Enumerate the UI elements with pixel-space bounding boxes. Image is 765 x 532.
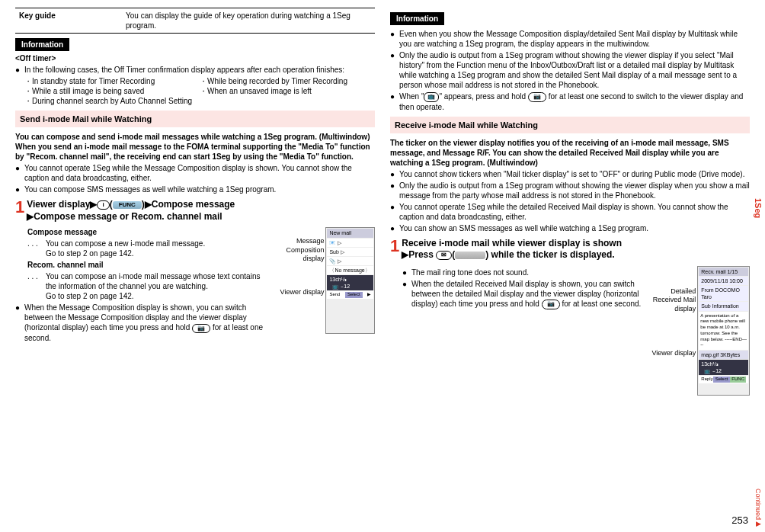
i-alpha-key-icon: i [97, 200, 109, 210]
tv-small-icon: 📺 [424, 92, 439, 101]
blank-pill [455, 252, 485, 259]
mail-key-icon: ✉ [436, 251, 452, 260]
receive-paragraph-1: The ticker on the viewer display notifie… [390, 138, 750, 168]
recv-bullet-1: ●You cannot show tickers when "Mail tick… [390, 169, 750, 179]
side-tab: 1Seg [753, 198, 763, 218]
screen-body: 〈No message〉 [327, 266, 373, 274]
key-guide-text: You can display the guide of key operati… [122, 8, 375, 33]
key-guide-label: Key guide [15, 8, 122, 33]
screen-viewer: 13ch¹/₃ 📺 ₌12 [699, 360, 748, 375]
send-bullet-2: ●You can compose SMS messages as well wh… [15, 184, 375, 194]
step-1-send: 1 Viewer display▶i(FUNC)▶Compose message… [15, 199, 375, 223]
right-bullet-2: ●Only the audio is output from a 1Seg pr… [390, 50, 750, 90]
off-timer-intro: ● In the following cases, the Off Timer … [15, 65, 375, 75]
step-number: 1 [15, 199, 24, 216]
compose-figure-block: Compose message . . .You can compose a n… [15, 227, 375, 345]
screen-softkeys: SendSelect▶ [327, 291, 373, 299]
recv-bullet-4: ●You can show an SMS messages as well wh… [390, 223, 750, 233]
phone-figure-send: Message Composition display Viewer displ… [276, 227, 375, 345]
send-paragraph-1: You can compose and send i-mode mail mes… [15, 132, 375, 142]
camera-key-icon: 📷 [542, 300, 560, 309]
screen-to: 📧 ▷ [327, 239, 373, 247]
camera-key-icon: 📷 [192, 324, 210, 333]
recv-sub-1: ●The mail ring tone does not sound. [402, 268, 646, 277]
screen-sub: Sub ▷ [327, 248, 373, 256]
screen-subject: Sub Information [699, 302, 748, 310]
step-1-receive: 1 Receive i-mode mail while viewer displ… [390, 238, 750, 261]
left-column: Key guide You can display the guide of k… [15, 8, 375, 400]
viewer-display-label: Viewer display [651, 349, 696, 358]
right-bullet-3: ●When "📺" appears, press and hold 📷 for … [390, 91, 750, 112]
compose-message-label: Compose message [27, 227, 271, 237]
page-number: 253 [731, 514, 748, 527]
send-bullet-1: ●You cannot operate 1Seg while the Messa… [15, 163, 375, 183]
phone-figure-receive: Detailed Received Mail display Viewer di… [651, 266, 750, 396]
recv-bullet-2: ●Only the audio is output from a 1Seg pr… [390, 181, 750, 200]
screen-softkeys: ReplySelectFUNC [699, 376, 748, 383]
screen-att: 📎 ▷ [327, 257, 373, 265]
screen-attachment: map.gif 3KBytes [699, 351, 748, 359]
receive-section-header: Receive i-mode Mail while Watching [390, 117, 750, 133]
receive-figure-block: ●The mail ring tone does not sound. ●Whe… [390, 266, 750, 396]
key-guide-row: Key guide You can display the guide of k… [15, 8, 375, 34]
off-timer-list: ・In standby state for Timer Recording ・W… [24, 76, 375, 106]
recv-bullet-3: ●You cannot operate 1Seg while the detai… [390, 202, 750, 222]
information-heading-right: Information [390, 12, 444, 25]
camera-key-icon: 📷 [528, 92, 546, 101]
recom-mail-label: Recom. channel mail [27, 260, 271, 270]
recv-sub-2: ●When the detailed Received Mail display… [402, 279, 646, 309]
screen-date: 2009/11/18 10:00 [699, 277, 748, 285]
off-timer-heading: <Off timer> [15, 53, 375, 63]
detailed-mail-label: Detailed Received Mail display [651, 287, 696, 314]
information-heading: Information [15, 38, 69, 51]
viewer-display-label: Viewer display [280, 288, 325, 297]
send-paragraph-2: When you send an i-mode mail message to … [15, 142, 375, 162]
screen-title: Recv. mail 1/15 [699, 268, 748, 276]
continued-label: Continued▶ [753, 489, 762, 527]
screen-viewer: 13ch¹/₃ 📺 ₌12 [327, 275, 373, 290]
screen-from: From DOCOMO Taro [699, 286, 748, 301]
step-number: 1 [390, 238, 399, 255]
screen-body: A presentation of a new mobile phone wil… [699, 312, 748, 350]
right-column: Information ●Even when you show the Mess… [390, 8, 750, 400]
right-bullet-1: ●Even when you show the Message Composit… [390, 29, 750, 49]
send-section-header: Send i-mode Mail while Watching [15, 111, 375, 127]
func-pill: FUNC [113, 201, 142, 209]
msg-comp-display-label: Message Composition display [276, 237, 324, 264]
send-bullet-3: ● When the Message Composition display i… [15, 303, 271, 343]
screen-title: New mail [327, 229, 373, 237]
